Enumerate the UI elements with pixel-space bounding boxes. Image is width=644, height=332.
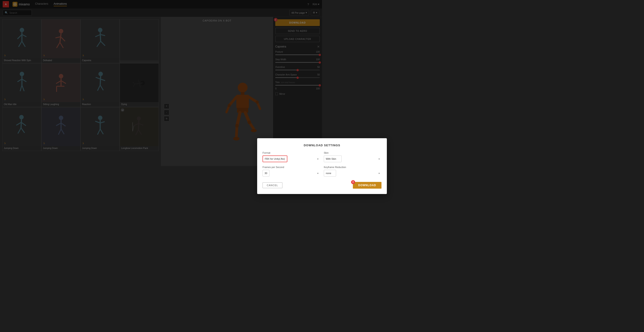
fps-group: Frames per Second 243060 bbox=[262, 166, 320, 166]
modal-overlay: DOWNLOAD SETTINGS Format FBX for Unity(.… bbox=[0, 0, 322, 166]
format-label: Format bbox=[262, 151, 320, 154]
format-group: Format FBX for Unity(.fbx)FBX(.fbx)Colla… bbox=[262, 151, 320, 162]
modal-title: DOWNLOAD SETTINGS bbox=[262, 144, 322, 147]
format-select-wrapper: FBX for Unity(.fbx)FBX(.fbx)Collada(.dae… bbox=[262, 155, 320, 162]
modal-form: Format FBX for Unity(.fbx)FBX(.fbx)Colla… bbox=[262, 151, 322, 166]
format-select[interactable]: FBX for Unity(.fbx)FBX(.fbx)Collada(.dae… bbox=[262, 155, 287, 162]
form-row-1: Format FBX for Unity(.fbx)FBX(.fbx)Colla… bbox=[262, 151, 322, 162]
download-settings-modal: DOWNLOAD SETTINGS Format FBX for Unity(.… bbox=[257, 138, 322, 166]
form-row-2: Frames per Second 243060 Keyframe Reduct… bbox=[262, 166, 322, 166]
fps-label: Frames per Second bbox=[262, 166, 320, 166]
